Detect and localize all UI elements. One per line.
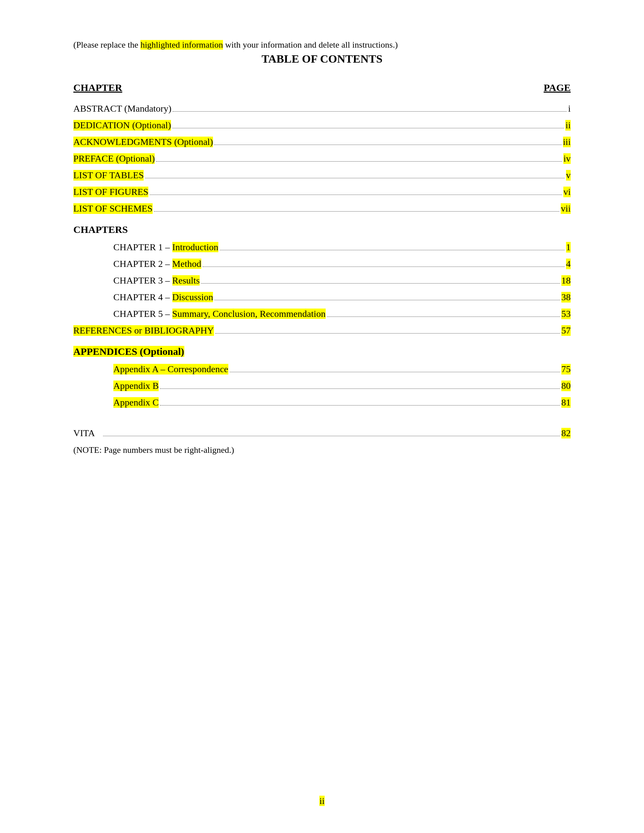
toc-label-chapter1: CHAPTER 1 – Introduction <box>113 242 218 252</box>
toc-dots-list-of-figures <box>150 195 562 195</box>
toc-entry-list-of-tables: LIST OF TABLES v <box>73 170 571 180</box>
toc-entry-list-of-schemes: LIST OF SCHEMES vii <box>73 203 571 214</box>
toc-entry-appendix-b: Appendix B 80 <box>73 381 571 391</box>
toc-entry-acknowledgments: ACKNOWLEDGMENTS (Optional) iii <box>73 137 571 147</box>
toc-dots-preface <box>156 161 562 162</box>
toc-page-abstract: i <box>568 103 571 114</box>
toc-entry-chapter2: CHAPTER 2 – Method 4 <box>73 259 571 269</box>
toc-page-dedication: ii <box>565 120 571 130</box>
page-footer: ii <box>0 796 644 806</box>
toc-page-chapter1: 1 <box>566 242 571 252</box>
page: (Please replace the highlighted informat… <box>0 0 644 833</box>
toc-entry-preface: PREFACE (Optional) iv <box>73 153 571 164</box>
note-line: (NOTE: Page numbers must be right-aligne… <box>73 445 571 455</box>
toc-entry-list-of-figures: LIST OF FIGURES vi <box>73 187 571 197</box>
toc-label-dedication: DEDICATION (Optional) <box>73 120 171 130</box>
toc-label-list-of-figures: LIST OF FIGURES <box>73 187 148 197</box>
toc-page-references: 57 <box>561 325 571 336</box>
toc-header-page: PAGE <box>544 82 571 93</box>
vita-label: VITA <box>73 428 95 439</box>
toc-page-chapter4: 38 <box>561 292 571 302</box>
toc-label-chapter3-highlighted: Results <box>172 275 200 286</box>
toc-header: CHAPTER PAGE <box>73 82 571 93</box>
toc-dots-chapter5 <box>327 317 560 317</box>
toc-label-acknowledgments: ACKNOWLEDGMENTS (Optional) <box>73 137 213 147</box>
toc-dots-chapter2 <box>203 267 565 267</box>
toc-page-appendix-a: 75 <box>561 364 571 375</box>
toc-page-vita: 82 <box>561 428 571 439</box>
toc-label-appendix-c: Appendix C <box>113 397 159 408</box>
toc-label-appendix-a: Appendix A – Correspondence <box>113 364 228 375</box>
instruction-highlighted: highlighted information <box>140 40 223 50</box>
toc-label-abstract: ABSTRACT (Mandatory) <box>73 103 171 114</box>
toc-dots-dedication <box>172 128 564 128</box>
toc-page-appendix-b: 80 <box>561 381 571 391</box>
chapters-heading: CHAPTERS <box>73 224 571 235</box>
toc-page-chapter2: 4 <box>566 259 571 269</box>
toc-entry-abstract: ABSTRACT (Mandatory) i <box>73 103 571 114</box>
toc-label-chapter2: CHAPTER 2 – Method <box>113 259 201 269</box>
toc-label-chapter5: CHAPTER 5 – Summary, Conclusion, Recomme… <box>113 309 326 319</box>
toc-entry-chapter1: CHAPTER 1 – Introduction 1 <box>73 242 571 252</box>
appendices-heading: APPENDICES (Optional) <box>73 346 571 357</box>
toc-page-preface: iv <box>564 153 571 164</box>
page-title: TABLE OF CONTENTS <box>73 53 571 65</box>
toc-dots-appendix-a <box>230 372 560 372</box>
toc-entry-dedication: DEDICATION (Optional) ii <box>73 120 571 130</box>
toc-entry-chapter4: CHAPTER 4 – Discussion 38 <box>73 292 571 302</box>
toc-label-chapter5-highlighted: Summary, Conclusion, Recommendation <box>172 309 326 319</box>
toc-dots-abstract <box>173 111 567 112</box>
toc-label-chapter1-highlighted: Introduction <box>172 242 218 252</box>
toc-label-list-of-schemes: LIST OF SCHEMES <box>73 203 153 214</box>
toc-label-chapter4: CHAPTER 4 – Discussion <box>113 292 213 302</box>
toc-entry-appendix-c: Appendix C 81 <box>73 397 571 408</box>
appendices-heading-text: APPENDICES (Optional) <box>73 346 184 357</box>
footer-page-number: ii <box>319 796 325 806</box>
toc-label-list-of-tables: LIST OF TABLES <box>73 170 144 180</box>
toc-label-chapter4-highlighted: Discussion <box>172 292 213 302</box>
toc-dots-appendix-c <box>160 405 560 405</box>
toc-label-references: REFERENCES or BIBLIOGRAPHY <box>73 325 214 336</box>
toc-dots-list-of-schemes <box>154 211 560 212</box>
instruction-line: (Please replace the highlighted informat… <box>73 40 571 50</box>
toc-dots-chapter4 <box>214 300 560 300</box>
toc-entry-appendix-a: Appendix A – Correspondence 75 <box>73 364 571 375</box>
instruction-text-before: (Please replace the <box>73 40 140 50</box>
toc-label-chapter3: CHAPTER 3 – Results <box>113 275 200 286</box>
toc-label-preface: PREFACE (Optional) <box>73 153 155 164</box>
toc-page-list-of-tables: v <box>566 170 571 180</box>
toc-dots-acknowledgments <box>214 145 561 145</box>
toc-page-acknowledgments: iii <box>563 137 571 147</box>
toc-entry-vita: VITA 82 <box>73 428 571 439</box>
toc-page-appendix-c: 81 <box>561 397 571 408</box>
toc-entry-chapter5: CHAPTER 5 – Summary, Conclusion, Recomme… <box>73 309 571 319</box>
toc-dots-vita <box>103 436 560 436</box>
toc-entry-references: REFERENCES or BIBLIOGRAPHY 57 <box>73 325 571 336</box>
toc-label-chapter2-highlighted: Method <box>172 259 201 269</box>
instruction-text-after: with your information and delete all ins… <box>223 40 398 50</box>
toc-dots-chapter1 <box>220 250 565 250</box>
toc-page-list-of-figures: vi <box>564 187 571 197</box>
toc-entry-chapter3: CHAPTER 3 – Results 18 <box>73 275 571 286</box>
toc-header-chapter: CHAPTER <box>73 82 122 93</box>
toc-label-appendix-b: Appendix B <box>113 381 159 391</box>
toc-page-chapter3: 18 <box>561 275 571 286</box>
toc-page-chapter5: 53 <box>561 309 571 319</box>
toc-page-list-of-schemes: vii <box>561 203 571 214</box>
